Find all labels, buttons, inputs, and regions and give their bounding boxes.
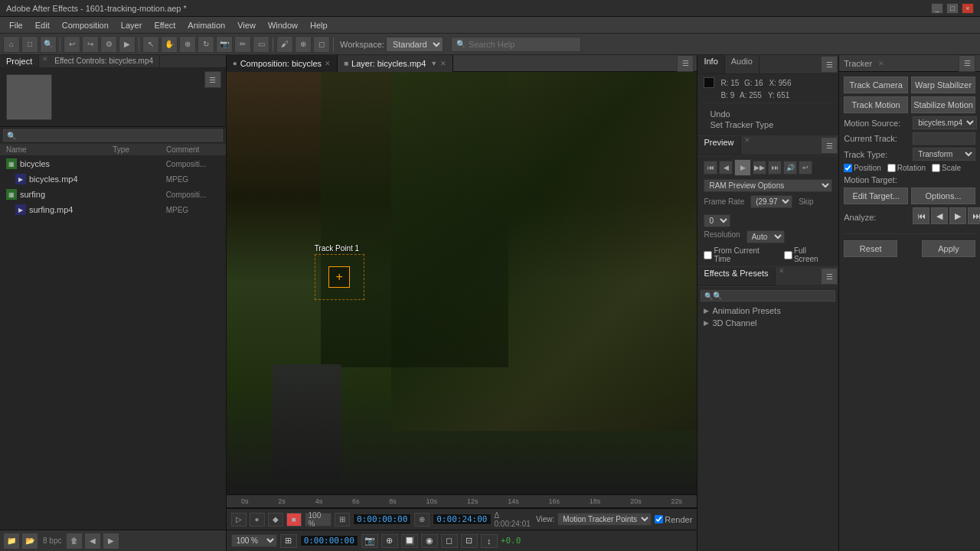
workspace-select[interactable]: Standard bbox=[386, 37, 443, 52]
next-item-btn[interactable]: ▶ bbox=[103, 533, 119, 549]
viewer-bottom-btn1[interactable]: ⊞ bbox=[280, 534, 297, 548]
menu-layer[interactable]: Layer bbox=[115, 19, 149, 31]
toolbar-search[interactable]: 🔍 bbox=[40, 36, 57, 53]
tab-audio[interactable]: Audio bbox=[725, 55, 760, 73]
list-item[interactable]: ▶ surfing.mp4 MPEG bbox=[0, 202, 226, 217]
track-type-select[interactable]: Transform bbox=[913, 148, 975, 161]
skip-select[interactable]: 0 bbox=[704, 214, 730, 227]
audio-btn[interactable]: 🔊 bbox=[783, 161, 797, 174]
loop-btn[interactable]: ↩ bbox=[799, 161, 812, 174]
warp-stabilizer-btn[interactable]: Warp Stabilizer bbox=[911, 77, 975, 93]
menu-help[interactable]: Help bbox=[304, 19, 334, 31]
composition-tab[interactable]: ● Composition: bicycles ✕ bbox=[227, 55, 338, 72]
viewer-bottom-btn3[interactable]: ⊕ bbox=[381, 534, 398, 548]
minimize-btn[interactable]: _ bbox=[931, 3, 943, 14]
frame-rate-select[interactable]: (29.97) bbox=[750, 195, 792, 208]
layer-tab-close-icon[interactable]: ✕ bbox=[440, 60, 446, 67]
viewer-snap[interactable]: ⊕ bbox=[414, 513, 430, 527]
toolbar-redo[interactable]: ↪ bbox=[82, 36, 99, 53]
panel-menu-btn[interactable]: ☰ bbox=[204, 71, 221, 88]
info-panel-menu[interactable]: ☰ bbox=[821, 56, 838, 73]
toolbar-rotate[interactable]: ↻ bbox=[198, 36, 214, 53]
edit-target-btn[interactable]: Edit Target... bbox=[844, 187, 908, 204]
analyze-fwd-one[interactable]: ▶ bbox=[949, 207, 966, 224]
toolbar-render[interactable]: ▶ bbox=[119, 36, 136, 53]
stabilize-motion-btn[interactable]: Stabilize Motion bbox=[911, 96, 975, 113]
toolbar-brush[interactable]: 🖌 bbox=[276, 36, 293, 53]
tab-effect-controls[interactable]: Effect Controls: bicycles.mp4 bbox=[48, 55, 160, 67]
menu-edit[interactable]: Edit bbox=[29, 19, 56, 31]
list-item[interactable]: ▦ bicycles Compositi... bbox=[0, 156, 226, 171]
prev-frame-btn[interactable]: ◀ bbox=[719, 161, 733, 174]
from-current-checkbox[interactable] bbox=[704, 251, 712, 259]
toolbar-hand[interactable]: ✋ bbox=[161, 36, 178, 53]
tab-project[interactable]: Project bbox=[0, 55, 39, 67]
viewer-ctrl-icon[interactable]: ▷ bbox=[231, 513, 247, 527]
motion-source-select[interactable]: bicycles.mp4 bbox=[913, 116, 977, 129]
viewer-bottom-btn8[interactable]: ↕ bbox=[481, 534, 498, 548]
menu-effect[interactable]: Effect bbox=[148, 19, 181, 31]
effects-animation-presets[interactable]: ▶ Animation Presets bbox=[701, 305, 835, 317]
zoom-select[interactable]: 100 % bbox=[231, 534, 277, 547]
window-controls[interactable]: _ □ × bbox=[931, 3, 974, 14]
toolbar-select[interactable]: ↖ bbox=[142, 36, 159, 53]
analyze-back-one[interactable]: ◀ bbox=[931, 207, 948, 224]
play-btn[interactable]: ▶ bbox=[734, 159, 751, 176]
bottom-time-display[interactable]: 0:00:00:00 bbox=[300, 535, 358, 546]
tab-preview[interactable]: Preview bbox=[697, 136, 740, 155]
viewer-bottom-btn7[interactable]: ⊡ bbox=[461, 534, 478, 548]
toolbar-shape[interactable]: ▭ bbox=[253, 36, 270, 53]
effects-3d-channel[interactable]: ▶ 3D Channel bbox=[701, 317, 835, 329]
prev-item-btn[interactable]: ◀ bbox=[84, 533, 101, 549]
toolbar-prefs[interactable]: ⚙ bbox=[100, 36, 117, 53]
position-checkbox[interactable] bbox=[844, 164, 852, 172]
preview-tab-close[interactable]: ✕ bbox=[744, 136, 750, 155]
viewer-record[interactable]: ● bbox=[250, 513, 265, 527]
layer-tab[interactable]: ■ Layer: bicycles.mp4 ▼ ✕ bbox=[338, 55, 453, 72]
menu-file[interactable]: File bbox=[3, 19, 29, 31]
view-select[interactable]: Motion Tracker Points bbox=[557, 513, 652, 526]
resolution-select[interactable]: Auto bbox=[746, 230, 785, 243]
toolbar-undo[interactable]: ↩ bbox=[64, 36, 80, 53]
scale-checkbox[interactable] bbox=[932, 164, 940, 172]
open-btn[interactable]: 📂 bbox=[21, 533, 38, 549]
render-checkbox[interactable] bbox=[655, 515, 663, 523]
effects-tab-close[interactable]: ✕ bbox=[779, 267, 785, 285]
menu-composition[interactable]: Composition bbox=[56, 19, 115, 31]
toolbar-home[interactable]: ⌂ bbox=[3, 36, 20, 53]
rotation-checkbox[interactable] bbox=[887, 164, 896, 172]
comp-tab-close-icon[interactable]: ✕ bbox=[325, 60, 331, 67]
reset-btn[interactable]: Reset bbox=[844, 240, 897, 257]
viewer-bottom-btn5[interactable]: ◉ bbox=[421, 534, 438, 548]
toolbar-pen[interactable]: ✏ bbox=[234, 36, 251, 53]
tracker-close[interactable]: ✕ bbox=[878, 60, 884, 67]
restore-btn[interactable]: □ bbox=[946, 3, 959, 14]
tab-effects-presets[interactable]: Effects & Presets bbox=[697, 267, 775, 285]
track-camera-btn[interactable]: Track Camera bbox=[844, 77, 908, 93]
menu-animation[interactable]: Animation bbox=[181, 19, 231, 31]
options-btn[interactable]: Options... bbox=[911, 187, 975, 204]
toolbar-clone[interactable]: ⊕ bbox=[295, 36, 312, 53]
tab-info[interactable]: Info bbox=[697, 55, 724, 73]
track-point-outer[interactable]: + bbox=[315, 254, 364, 300]
effects-panel-menu[interactable]: ☰ bbox=[821, 268, 838, 285]
analyze-back-all[interactable]: ⏮ bbox=[913, 207, 929, 224]
next-frame-btn[interactable]: ▶▶ bbox=[753, 161, 766, 174]
viewer-marker[interactable]: ◆ bbox=[268, 513, 283, 527]
search-help-input[interactable] bbox=[469, 40, 576, 49]
viewer-red[interactable]: ■ bbox=[286, 513, 302, 527]
current-time-display[interactable]: 0:00:00:00 bbox=[353, 514, 411, 525]
close-btn[interactable]: × bbox=[962, 3, 974, 14]
list-item[interactable]: ▦ surfing Compositi... bbox=[0, 187, 226, 202]
tracker-menu[interactable]: ☰ bbox=[959, 55, 975, 72]
menu-view[interactable]: View bbox=[231, 19, 262, 31]
viewer-bottom-btn4[interactable]: 🔲 bbox=[401, 534, 418, 548]
new-folder-btn[interactable]: 📁 bbox=[3, 533, 20, 549]
current-track-value[interactable]: Tracker 1 bbox=[913, 132, 975, 145]
toolbar-eraser[interactable]: ◻ bbox=[313, 36, 330, 53]
last-frame-btn[interactable]: ⏭ bbox=[768, 161, 782, 174]
list-item[interactable]: ▶ bicycles.mp4 MPEG bbox=[0, 171, 226, 187]
effects-search-input[interactable] bbox=[713, 292, 831, 300]
ram-preview-select[interactable]: RAM Preview Options bbox=[704, 179, 832, 192]
track-motion-btn[interactable]: Track Motion bbox=[844, 96, 908, 113]
